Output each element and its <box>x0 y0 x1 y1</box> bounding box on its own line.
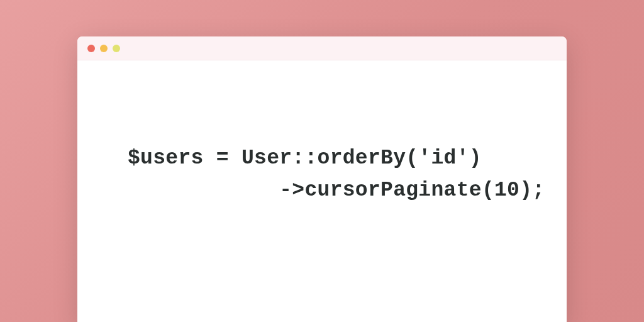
code-line-1: $users = User::orderBy('id') <box>128 147 482 170</box>
code-line-2: ->cursorPaginate(10); <box>128 179 545 202</box>
window-content: $users = User::orderBy('id') ->cursorPag… <box>77 60 567 322</box>
code-block: $users = User::orderBy('id') ->cursorPag… <box>128 142 529 206</box>
minimize-icon[interactable] <box>100 45 108 52</box>
window-titlebar <box>77 36 567 60</box>
code-window: $users = User::orderBy('id') ->cursorPag… <box>77 36 567 322</box>
close-icon[interactable] <box>87 45 95 52</box>
maximize-icon[interactable] <box>113 45 120 52</box>
